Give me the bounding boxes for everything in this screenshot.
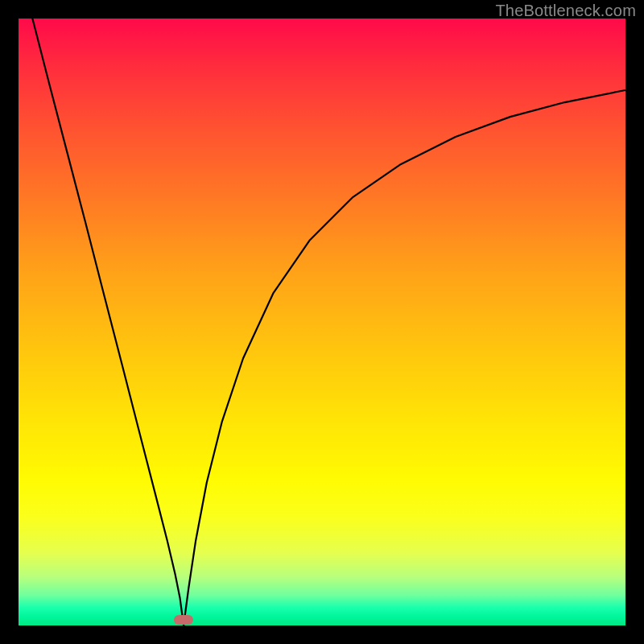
plot-background [19,19,625,625]
watermark-text: TheBottleneck.com [495,2,636,20]
chart-container: TheBottleneck.com [0,0,644,644]
min-marker [174,615,193,625]
